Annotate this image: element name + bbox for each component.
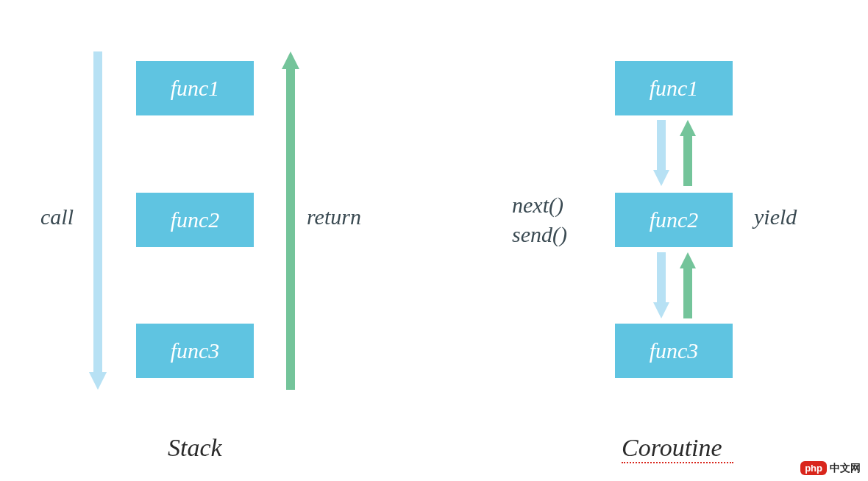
stack-box-label: func1 <box>171 76 220 101</box>
coroutine-down-arrow-2-icon <box>652 252 671 318</box>
svg-marker-11 <box>680 252 696 268</box>
stack-box-func3: func3 <box>136 324 254 378</box>
coroutine-box-func1: func1 <box>615 61 733 115</box>
stack-box-label: func2 <box>171 207 220 232</box>
coroutine-send-label: send() <box>512 222 567 247</box>
coroutine-down-arrow-1-icon <box>652 120 671 186</box>
stack-title: Stack <box>168 434 222 462</box>
coroutine-up-arrow-1-icon <box>678 120 697 186</box>
coroutine-underline-icon <box>622 462 733 463</box>
coroutine-box-func3: func3 <box>615 324 733 378</box>
watermark: php 中文网 <box>800 461 861 475</box>
stack-box-func2: func2 <box>136 193 254 247</box>
coroutine-yield-label: yield <box>754 204 797 229</box>
coroutine-box-label: func3 <box>650 338 699 363</box>
svg-marker-5 <box>653 170 669 186</box>
stack-call-arrow-icon <box>87 51 109 390</box>
svg-marker-1 <box>89 372 107 390</box>
svg-marker-9 <box>653 302 669 318</box>
stack-return-label: return <box>307 204 361 229</box>
svg-marker-7 <box>680 120 696 136</box>
coroutine-box-label: func1 <box>650 76 699 101</box>
watermark-badge: php <box>800 461 827 475</box>
coroutine-next-label: next() <box>512 193 563 218</box>
watermark-text: 中文网 <box>830 462 861 475</box>
diagram-container: func1 func2 func3 call return Stack func… <box>0 0 868 481</box>
coroutine-title: Coroutine <box>622 434 722 462</box>
stack-call-label: call <box>40 204 74 229</box>
coroutine-box-func2: func2 <box>615 193 733 247</box>
coroutine-box-label: func2 <box>650 207 699 232</box>
stack-box-func1: func1 <box>136 61 254 115</box>
coroutine-up-arrow-2-icon <box>678 252 697 318</box>
svg-marker-3 <box>282 51 299 69</box>
stack-box-label: func3 <box>171 338 220 363</box>
stack-return-arrow-icon <box>280 51 302 390</box>
